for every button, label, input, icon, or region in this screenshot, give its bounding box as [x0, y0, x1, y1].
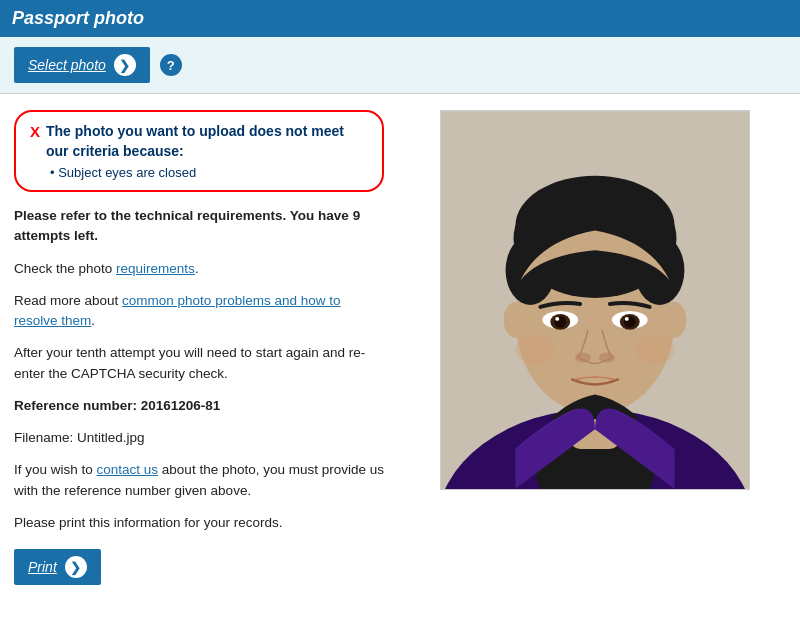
error-header: X The photo you want to upload does not … [30, 122, 368, 161]
reference-number: Reference number: 20161206-81 [14, 396, 384, 416]
page-title: Passport photo [12, 8, 144, 28]
toolbar: Select photo ❯ ? [0, 37, 800, 94]
svg-point-14 [555, 317, 559, 321]
contact-paragraph: If you wish to contact us about the phot… [14, 460, 384, 501]
select-photo-button[interactable]: Select photo ❯ [14, 47, 150, 83]
right-panel [404, 110, 786, 585]
error-sub-item: Subject eyes are closed [50, 165, 368, 180]
svg-point-21 [516, 335, 556, 365]
error-main-text: The photo you want to upload does not me… [46, 122, 368, 161]
print-label: Print [28, 559, 57, 575]
contact-prefix: If you wish to [14, 462, 97, 477]
common-problems-paragraph: Read more about common photo problems an… [14, 291, 384, 332]
select-photo-label: Select photo [28, 57, 106, 73]
page-header: Passport photo [0, 0, 800, 37]
print-arrow-icon: ❯ [65, 556, 87, 578]
tenth-attempt-text: After your tenth attempt you will need t… [14, 343, 384, 384]
svg-point-5 [504, 302, 528, 338]
filename: Filename: Untitled.jpg [14, 428, 384, 448]
attempts-text: Please refer to the technical requiremen… [14, 206, 384, 247]
passport-photo-container [440, 110, 750, 490]
svg-point-22 [635, 335, 675, 365]
info-section: Please refer to the technical requiremen… [14, 206, 384, 585]
read-more-prefix: Read more about [14, 293, 122, 308]
svg-point-6 [663, 302, 687, 338]
print-button[interactable]: Print ❯ [14, 549, 101, 585]
requirements-paragraph: Check the photo requirements. [14, 259, 384, 279]
svg-point-20 [599, 353, 615, 363]
read-more-suffix: . [91, 313, 95, 328]
print-info-text: Please print this information for your r… [14, 513, 384, 533]
error-box: X The photo you want to upload does not … [14, 110, 384, 192]
help-icon[interactable]: ? [160, 54, 182, 76]
contact-link[interactable]: contact us [97, 462, 159, 477]
requirements-link[interactable]: requirements [116, 261, 195, 276]
passport-photo-image [441, 111, 749, 489]
main-content: X The photo you want to upload does not … [0, 94, 800, 601]
check-prefix: Check the photo [14, 261, 116, 276]
left-panel: X The photo you want to upload does not … [14, 110, 384, 585]
svg-point-18 [625, 317, 629, 321]
svg-point-19 [575, 353, 591, 363]
select-photo-arrow-icon: ❯ [114, 54, 136, 76]
error-x-icon: X [30, 123, 40, 140]
check-suffix: . [195, 261, 199, 276]
